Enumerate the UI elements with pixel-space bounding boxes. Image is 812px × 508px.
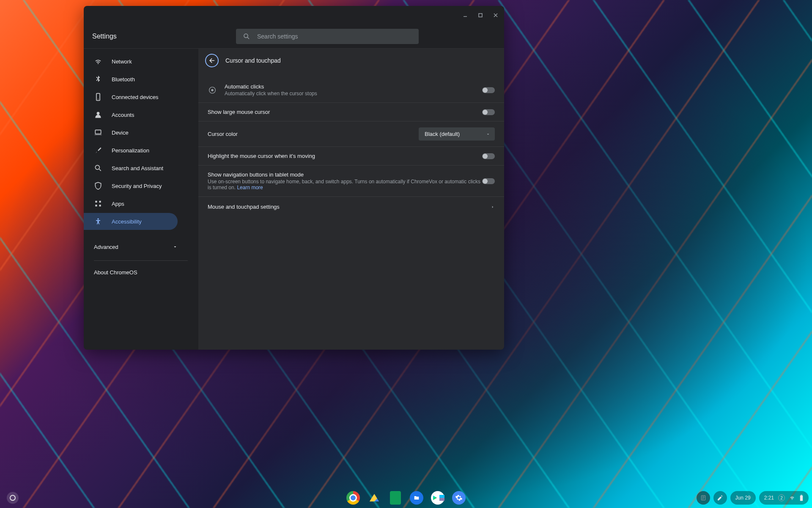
date-text: Jun 29 — [735, 495, 751, 501]
window-titlebar — [84, 6, 504, 25]
search-input[interactable] — [257, 33, 412, 40]
minimize-button[interactable] — [460, 10, 470, 20]
sidebar-item-accessibility[interactable]: Accessibility — [84, 213, 178, 230]
drive-app-icon[interactable] — [368, 491, 381, 505]
launcher-button[interactable] — [7, 492, 19, 504]
sidebar-item-accounts[interactable]: Accounts — [84, 106, 178, 123]
svg-point-4 — [97, 112, 100, 115]
sidebar-item-label: Connected devices — [112, 94, 159, 100]
sidebar-item-device[interactable]: Device — [84, 124, 178, 141]
toggle-automatic-clicks[interactable] — [482, 87, 495, 93]
sidebar-item-connected-devices[interactable]: Connected devices — [84, 88, 178, 105]
bluetooth-icon — [94, 75, 102, 83]
stylus-tray-icon[interactable] — [713, 491, 727, 505]
search-icon — [243, 33, 250, 40]
arrow-back-icon — [208, 57, 216, 64]
toggle-tablet-nav[interactable] — [482, 178, 495, 184]
sidebar-item-bluetooth[interactable]: Bluetooth — [84, 71, 178, 88]
cursor-color-select-wrap: Black (default) — [419, 127, 495, 141]
sidebar-item-personalization[interactable]: Personalization — [84, 142, 178, 159]
svg-point-3 — [98, 99, 99, 99]
svg-point-6 — [95, 165, 99, 169]
close-icon — [493, 13, 498, 18]
maximize-icon — [478, 13, 483, 18]
settings-app-icon[interactable] — [452, 491, 466, 505]
toggle-highlight-cursor[interactable] — [482, 153, 495, 159]
page-title: Cursor and touchpad — [225, 57, 281, 64]
shield-icon — [94, 182, 102, 190]
apps-icon — [94, 199, 102, 208]
back-button[interactable] — [205, 54, 219, 67]
sidebar-about[interactable]: About ChromeOS — [84, 264, 198, 281]
sidebar-item-security-privacy[interactable]: Security and Privacy — [84, 177, 178, 194]
chevron-right-icon — [491, 205, 495, 209]
search-box[interactable] — [236, 29, 419, 44]
accessibility-icon — [94, 217, 102, 226]
sidebar-divider — [94, 260, 188, 261]
notification-badge: 2 — [778, 494, 785, 501]
chrome-app-icon[interactable] — [346, 491, 360, 505]
setting-title: Show navigation buttons in tablet mode — [208, 171, 482, 178]
battery-status-icon — [799, 494, 804, 501]
sidebar-item-label: Personalization — [112, 147, 149, 154]
sidebar-item-label: Security and Privacy — [112, 183, 162, 189]
setting-large-cursor: Show large mouse cursor — [198, 103, 504, 121]
svg-rect-5 — [95, 130, 101, 134]
time-text: 2:21 — [764, 495, 774, 501]
chevron-down-icon — [173, 244, 178, 249]
header-row: Settings — [84, 25, 504, 48]
setting-tablet-nav: Show navigation buttons in tablet mode U… — [198, 166, 504, 197]
svg-rect-8 — [99, 201, 101, 202]
learn-more-link[interactable]: Learn more — [237, 185, 263, 190]
svg-point-11 — [97, 218, 99, 220]
setting-mouse-touchpad[interactable]: Mouse and touchpad settings — [198, 197, 504, 217]
sidebar-item-apps[interactable]: Apps — [84, 195, 178, 212]
setting-highlight-cursor: Highlight the mouse cursor when it's mov… — [198, 147, 504, 166]
person-icon — [94, 110, 102, 119]
close-button[interactable] — [491, 10, 501, 20]
brush-icon — [94, 146, 102, 155]
status-tray[interactable]: 2:21 2 — [759, 491, 809, 505]
sidebar-item-label: Apps — [112, 201, 124, 207]
search-icon — [94, 164, 102, 172]
advanced-label: Advanced — [94, 244, 118, 250]
play-store-app-icon[interactable] — [431, 491, 444, 505]
target-icon — [208, 86, 217, 95]
tote-tray-icon[interactable] — [697, 491, 710, 505]
svg-point-13 — [211, 89, 214, 91]
setting-text: Automatic clicks Automatically click whe… — [225, 83, 475, 97]
content-panel: Cursor and touchpad Automatic clicks Aut… — [198, 49, 504, 350]
svg-point-1 — [244, 34, 248, 38]
setting-automatic-clicks: Automatic clicks Automatically click whe… — [198, 77, 504, 103]
sidebar-item-label: Network — [112, 58, 132, 65]
settings-list: Automatic clicks Automatically click whe… — [198, 77, 504, 217]
svg-rect-10 — [99, 205, 101, 207]
about-label: About ChromeOS — [94, 269, 137, 276]
window-controls — [460, 10, 501, 20]
shelf-apps — [346, 491, 466, 505]
sidebar-item-search-assistant[interactable]: Search and Assistant — [84, 160, 178, 177]
cursor-color-select[interactable]: Black (default) — [419, 127, 495, 141]
maximize-button[interactable] — [475, 10, 486, 20]
sidebar-item-label: Accounts — [112, 112, 134, 118]
shelf: Jun 29 2:21 2 — [0, 488, 812, 508]
svg-rect-9 — [95, 205, 97, 207]
setting-text: Show navigation buttons in tablet mode U… — [208, 171, 482, 190]
toggle-large-cursor[interactable] — [482, 109, 495, 115]
files-app-icon[interactable] — [410, 491, 423, 505]
wifi-status-icon — [789, 495, 795, 501]
shelf-tray: Jun 29 2:21 2 — [697, 491, 809, 505]
settings-window: Settings Network Bluetooth Connected dev… — [84, 6, 504, 350]
window-body: Network Bluetooth Connected devices Acco… — [84, 48, 504, 350]
setting-title: Cursor color — [208, 131, 238, 137]
sidebar-item-network[interactable]: Network — [84, 53, 178, 70]
setting-title: Mouse and touchpad settings — [208, 204, 280, 210]
app-title: Settings — [92, 33, 198, 40]
svg-rect-0 — [479, 14, 482, 17]
setting-description: Use on-screen buttons to navigate home, … — [208, 179, 482, 190]
date-tray[interactable]: Jun 29 — [730, 491, 756, 505]
sheets-app-icon[interactable] — [389, 491, 402, 505]
sidebar-item-label: Accessibility — [112, 218, 142, 225]
svg-rect-15 — [800, 495, 803, 501]
sidebar-advanced[interactable]: Advanced — [84, 237, 198, 257]
